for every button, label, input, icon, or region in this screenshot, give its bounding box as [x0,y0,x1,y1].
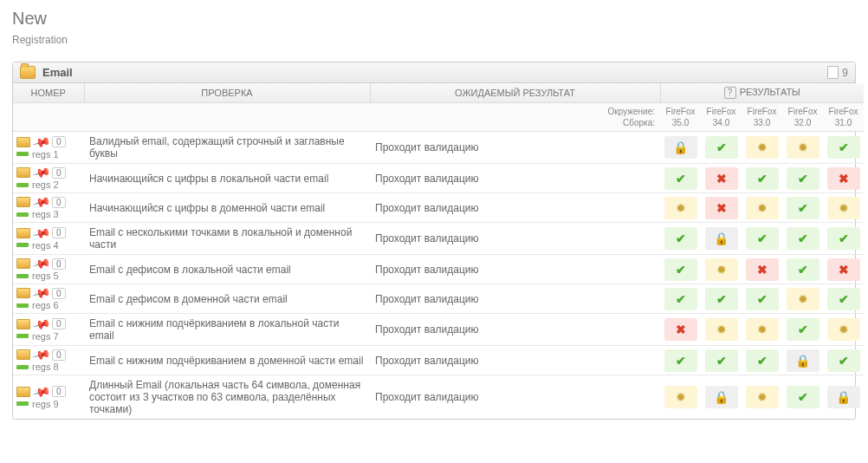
col-header-expected[interactable]: ОЖИДАЕМЫЙ РЕЗУЛЬТАТ [370,83,660,103]
table-row[interactable]: 📌0regs 5Email с дефисом в локальной част… [13,255,864,284]
check-icon: ✔ [676,354,686,368]
result-cell[interactable]: ✹ [701,255,742,284]
row-id[interactable]: regs 1 [32,149,59,160]
pin-count: 0 [52,197,66,208]
status-bar-icon [16,401,29,406]
cross-icon: ✖ [839,172,849,186]
table-row[interactable]: 📌0regs 2Начинающийся с цифры в локальной… [13,164,864,193]
result-cell[interactable]: ✔ [660,164,701,193]
env-column-header[interactable]: FireFox34.0 [701,103,742,132]
result-cell[interactable]: ✔ [823,284,864,314]
check-cell: Email с дефисом в локальной части email [84,255,370,284]
result-cell[interactable]: ✖ [701,193,742,223]
card-icon [16,197,30,207]
env-column-header[interactable]: FireFox35.0 [660,103,701,132]
result-cell[interactable]: ✖ [660,314,701,346]
result-cell[interactable]: 🔒 [701,223,742,255]
card-icon [16,258,30,269]
env-column-header[interactable]: FireFox31.0 [823,103,864,132]
check-icon: ✔ [676,172,686,186]
result-cell[interactable]: ✔ [782,164,823,193]
result-cell[interactable]: ✔ [823,132,864,164]
row-id[interactable]: regs 5 [32,271,59,281]
env-column-header[interactable]: FireFox33.0 [742,103,782,132]
result-cell[interactable]: ✔ [701,346,742,375]
panel-header[interactable]: Email 9 [13,62,855,83]
result-cell[interactable]: ✹ [823,193,864,223]
result-cell[interactable]: ✔ [823,346,864,375]
result-cell[interactable]: ✹ [742,375,782,420]
result-cell[interactable]: ✔ [742,223,782,255]
result-cell[interactable]: ✹ [742,193,782,223]
result-cell[interactable]: ✔ [660,346,701,375]
result-cell[interactable]: ✹ [742,132,782,164]
status-bar-icon [16,212,29,217]
row-id[interactable]: regs 7 [32,331,59,342]
table-row[interactable]: 📌0regs 1Валидный email, содержащий строч… [13,132,864,164]
expected-cell: Проходит валидацию [370,375,660,420]
result-cell[interactable]: 🔒 [823,375,864,420]
check-icon: ✔ [798,172,808,186]
result-cell[interactable]: ✔ [782,193,823,223]
table-row[interactable]: 📌0regs 4Email с несколькими точками в ло… [13,223,864,255]
row-id[interactable]: regs 9 [32,399,59,409]
table-row[interactable]: 📌0regs 7Email с нижним подчёркиванием в … [13,314,864,346]
result-cell[interactable]: ✔ [660,255,701,284]
breadcrumb[interactable]: Registration [12,34,856,46]
col-header-check[interactable]: ПРОВЕРКА [84,83,370,103]
result-cell[interactable]: ✖ [742,255,782,284]
result-cell[interactable]: ✔ [660,223,701,255]
results-table: НОМЕР ПРОВЕРКА ОЖИДАЕМЫЙ РЕЗУЛЬТАТ ?РЕЗУ… [13,83,864,419]
result-cell[interactable]: ✖ [823,164,864,193]
check-icon: ✔ [757,354,768,368]
result-cell[interactable]: ✹ [660,375,701,420]
cross-icon: ✖ [839,263,849,277]
result-cell[interactable]: ✔ [782,223,823,255]
result-cell[interactable]: ✹ [660,193,701,223]
table-row[interactable]: 📌0regs 9Длинный Email (локальная часть 6… [13,375,864,420]
result-cell[interactable]: ✔ [742,284,782,314]
result-cell[interactable]: ✔ [823,223,864,255]
result-cell[interactable]: ✔ [742,346,782,375]
lock-icon: 🔒 [714,390,729,404]
result-cell[interactable]: ✖ [823,255,864,284]
panel-title: Email [42,66,73,79]
row-id[interactable]: regs 2 [32,179,59,190]
env-column-header[interactable]: FireFox32.0 [782,103,823,132]
result-cell[interactable]: ✔ [782,255,823,284]
result-cell[interactable]: ✹ [742,314,782,346]
result-cell[interactable]: 🔒 [660,132,701,164]
bug-icon: ✹ [839,201,849,215]
bug-icon: ✹ [676,390,686,404]
pin-count: 0 [52,258,66,270]
result-cell[interactable]: ✹ [701,314,742,346]
result-cell[interactable]: ✹ [782,284,823,314]
col-header-number[interactable]: НОМЕР [13,83,84,103]
result-cell[interactable]: 🔒 [701,375,742,420]
table-row[interactable]: 📌0regs 6Email с дефисом в доменной части… [13,284,864,314]
result-cell[interactable]: ✹ [823,314,864,346]
result-cell[interactable]: ✖ [701,164,742,193]
table-row[interactable]: 📌0regs 8Email с нижним подчёркиванием в … [13,346,864,375]
result-cell[interactable]: ✔ [742,164,782,193]
check-icon: ✔ [757,292,768,306]
check-icon: ✔ [798,323,808,336]
result-cell[interactable]: ✔ [660,284,701,314]
check-icon: ✔ [798,390,808,404]
result-cell[interactable]: ✹ [782,132,823,164]
row-id[interactable]: regs 3 [32,209,59,219]
result-cell[interactable]: 🔒 [782,346,823,375]
check-cell: Email с нижним подчёркиванием в локально… [84,314,370,346]
check-icon: ✔ [798,232,808,245]
result-cell[interactable]: ✔ [701,284,742,314]
result-cell[interactable]: ✔ [782,314,823,346]
row-id[interactable]: regs 4 [32,240,59,251]
col-header-results[interactable]: ?РЕЗУЛЬТАТЫ [660,83,864,103]
check-cell: Начинающийся с цифры в локальной части e… [84,164,370,193]
result-cell[interactable]: ✔ [701,132,742,164]
help-icon[interactable]: ? [724,87,736,99]
result-cell[interactable]: ✔ [782,375,823,420]
row-id[interactable]: regs 8 [32,362,59,372]
table-row[interactable]: 📌0regs 3Начинающийся с цифры в доменной … [13,193,864,223]
row-id[interactable]: regs 6 [32,300,59,310]
